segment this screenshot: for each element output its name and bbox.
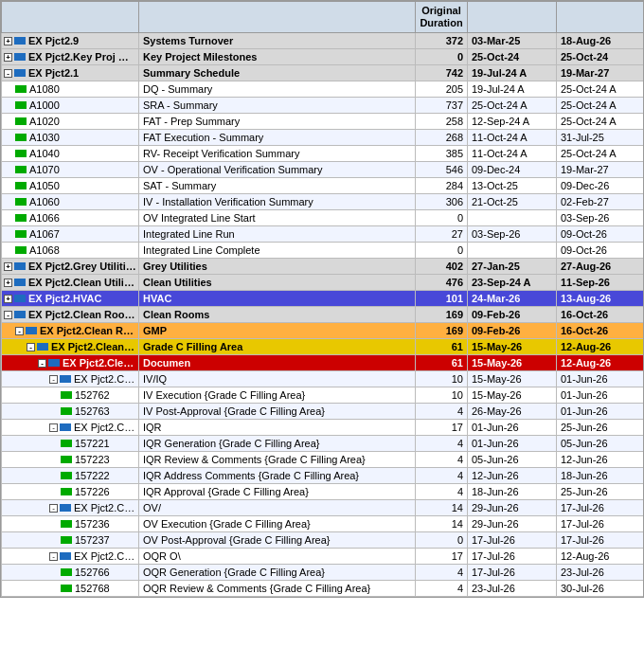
activity-table: OriginalDuration +EX Pjct2.9Systems Turn…: [1, 1, 644, 597]
cell-start: 09-Dec-24: [468, 162, 557, 178]
table-row[interactable]: A1000SRA - Summary73725-Oct-24 A25-Oct-2…: [2, 98, 645, 114]
table-row[interactable]: -EX Pjct2.1Summary Schedule74219-Jul-24 …: [2, 65, 645, 81]
collapse-icon[interactable]: -: [4, 311, 12, 319]
expand-icon[interactable]: +: [4, 262, 12, 271]
table-row[interactable]: 157222IQR Address Comments {Grade C Fill…: [2, 468, 645, 484]
collapse-icon[interactable]: -: [38, 359, 46, 368]
table-row[interactable]: A1030FAT Execution - Summary26811-Oct-24…: [2, 130, 645, 146]
cell-duration: 169: [416, 307, 468, 323]
activity-id-text: EX Pjct2.1: [28, 67, 79, 79]
cell-duration: 0: [416, 210, 468, 226]
table-row[interactable]: 152763IV Post-Approval {Grade C Filling …: [2, 404, 645, 420]
cell-start: 25-Oct-24: [468, 49, 557, 65]
cell-activity-name: HVAC: [139, 291, 416, 307]
activity-type-icon: [15, 230, 27, 238]
table-row[interactable]: A1067Integrated Line Run2703-Sep-2609-Oc…: [2, 226, 645, 243]
table-row[interactable]: -EX Pjct2.Clean RoomsClean Rooms16909-Fe…: [2, 307, 645, 323]
expand-icon[interactable]: +: [4, 37, 12, 45]
cell-finish: 12-Aug-26: [557, 339, 645, 355]
cell-start: 21-Oct-25: [468, 194, 557, 210]
table-row[interactable]: A1070OV - Operational Verification Summa…: [2, 162, 645, 178]
cell-activity-id: 152768: [2, 581, 139, 597]
table-row[interactable]: 152762IV Execution {Grade C Filling Area…: [2, 387, 645, 404]
cell-activity-id: A1070: [2, 162, 139, 178]
table-row[interactable]: -EX Pjct2.Clean Rooms.GMP Rooms.Grade C …: [2, 500, 645, 516]
cell-finish: 23-Jul-26: [557, 565, 645, 581]
table-row[interactable]: A1068Integrated Line Complete009-Oct-26: [2, 243, 645, 259]
cell-activity-name: OQR Review & Comments {Grade C Filling A…: [139, 581, 416, 597]
expand-icon[interactable]: +: [4, 295, 12, 303]
cell-duration: 4: [416, 468, 468, 484]
table-row[interactable]: -EX Pjct2.Clean Rooms.GMP Rooms.Grade C …: [2, 420, 645, 436]
table-row[interactable]: -EX Pjct2.Clean Rooms.GMP Rooms.Grade C …: [2, 339, 645, 355]
table-row[interactable]: 152766OQR Generation {Grade C Filling Ar…: [2, 565, 645, 581]
table-row[interactable]: 157223IQR Review & Comments {Grade C Fil…: [2, 452, 645, 468]
cell-activity-name: GMP: [139, 323, 416, 339]
activity-id-text: A1066: [29, 212, 60, 224]
cell-activity-id: 157236: [2, 516, 139, 532]
table-row[interactable]: -EX Pjct2.Clean Rooms.GMP Rooms.Grade C …: [2, 355, 645, 371]
activity-type-icon: [48, 359, 60, 367]
cell-duration: 17: [416, 420, 468, 436]
cell-start: 29-Jun-26: [468, 516, 557, 532]
table-row[interactable]: 157236OV Execution {Grade C Filling Area…: [2, 516, 645, 532]
cell-duration: 402: [416, 259, 468, 275]
expand-icon[interactable]: +: [4, 279, 12, 287]
table-row[interactable]: -EX Pjct2.Clean Rooms.GMP Rooms.Grade C …: [2, 371, 645, 387]
cell-duration: 4: [416, 581, 468, 597]
table-row[interactable]: +EX Pjct2.Clean UtilitiesClean Utilities…: [2, 275, 645, 291]
cell-start: 15-May-26: [468, 387, 557, 404]
collapse-icon[interactable]: -: [49, 552, 58, 561]
collapse-icon[interactable]: -: [49, 504, 58, 513]
table-row[interactable]: A1040RV- Receipt Verification Summary385…: [2, 146, 645, 162]
activity-type-icon: [60, 375, 71, 383]
table-row[interactable]: -EX Pjct2.Clean Rooms.GMP RoomsGMP16909-…: [2, 323, 645, 339]
table-row[interactable]: A1060IV - Installation Verification Summ…: [2, 194, 645, 210]
table-row[interactable]: +EX Pjct2.9Systems Turnover37203-Mar-251…: [2, 33, 645, 49]
table-row[interactable]: -EX Pjct2.Clean Rooms.GMP Rooms.Grade C …: [2, 549, 645, 565]
table-row[interactable]: A1050SAT - Summary28413-Oct-2509-Dec-26: [2, 178, 645, 194]
table-row[interactable]: 157221IQR Generation {Grade C Filling Ar…: [2, 436, 645, 452]
collapse-icon[interactable]: -: [49, 375, 58, 384]
activity-id-text: EX Pjct2.Grey Utilities: [28, 261, 136, 272]
table-row[interactable]: A1080DQ - Summary20519-Jul-24 A25-Oct-24…: [2, 81, 645, 98]
table-row[interactable]: A1066OV Integrated Line Start003-Sep-26: [2, 210, 645, 226]
table-row[interactable]: 152768OQR Review & Comments {Grade C Fil…: [2, 581, 645, 597]
collapse-icon[interactable]: -: [49, 423, 58, 432]
table-row[interactable]: +EX Pjct2.Grey UtilitiesGrey Utilities40…: [2, 259, 645, 275]
cell-start: 29-Jun-26: [468, 500, 557, 516]
cell-finish: 16-Oct-26: [557, 323, 645, 339]
cell-finish: 25-Oct-24 A: [557, 146, 645, 162]
cell-activity-name: IV/IQ: [139, 371, 416, 387]
collapse-icon[interactable]: -: [15, 327, 24, 335]
cell-activity-id: +EX Pjct2.Clean Utilities: [2, 275, 139, 291]
table-row[interactable]: 157237OV Post-Approval {Grade C Filling …: [2, 532, 645, 549]
table-row[interactable]: +EX Pjct2.HVACHVAC10124-Mar-2613-Aug-26: [2, 291, 645, 307]
cell-duration: 385: [416, 146, 468, 162]
activity-type-icon: [15, 117, 27, 125]
activity-type-icon: [60, 423, 71, 431]
cell-activity-name: RV- Receipt Verification Summary: [139, 146, 416, 162]
table-row[interactable]: A1020FAT - Prep Summary25812-Sep-24 A25-…: [2, 114, 645, 130]
table-row[interactable]: 157226IQR Approval {Grade C Filling Area…: [2, 484, 645, 500]
cell-duration: 4: [416, 404, 468, 420]
cell-duration: 0: [416, 532, 468, 549]
cell-duration: 61: [416, 355, 468, 371]
cell-start: 12-Jun-26: [468, 468, 557, 484]
activity-id-text: A1020: [29, 116, 60, 127]
cell-finish: 19-Mar-27: [557, 162, 645, 178]
expand-icon[interactable]: +: [4, 53, 12, 62]
cell-duration: 0: [416, 49, 468, 65]
cell-start: 05-Jun-26: [468, 452, 557, 468]
cell-activity-name: IQR Generation {Grade C Filling Area}: [139, 436, 416, 452]
activity-id-text: 157226: [75, 486, 110, 497]
cell-activity-name: OV - Operational Verification Summary: [139, 162, 416, 178]
cell-start: 03-Mar-25: [468, 33, 557, 49]
collapse-icon[interactable]: -: [4, 69, 12, 78]
table-row[interactable]: +EX Pjct2.Key Proj MilestonesKey Project…: [2, 49, 645, 65]
collapse-icon[interactable]: -: [27, 343, 35, 351]
cell-duration: 14: [416, 500, 468, 516]
cell-finish: 25-Oct-24 A: [557, 98, 645, 114]
activity-type-icon: [14, 37, 26, 45]
cell-finish: 25-Jun-26: [557, 484, 645, 500]
